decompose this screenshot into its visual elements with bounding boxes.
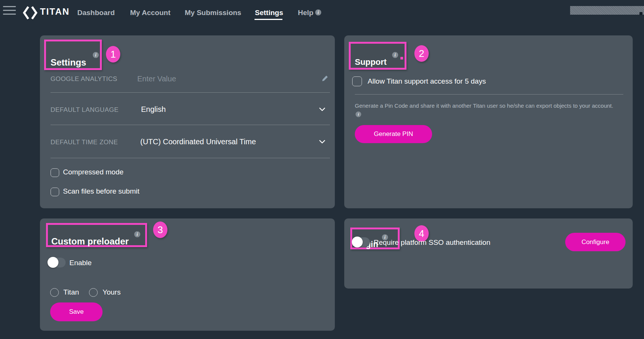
toggle-knob <box>48 257 58 268</box>
pin-code-info-icon[interactable] <box>356 111 361 117</box>
checkbox-scan-files[interactable] <box>51 188 59 196</box>
checkbox-support-access-label: Allow Titan support access for 5 days <box>368 77 486 86</box>
annotation-badge-2: 2 <box>414 45 429 62</box>
sso-toggle[interactable] <box>353 237 370 247</box>
brand-name[interactable]: TITAN <box>40 6 70 17</box>
checkbox-compressed-mode-label: Compressed mode <box>63 168 124 176</box>
support-card-title: Support <box>355 57 386 67</box>
top-nav: TITAN Dashboard My Account My Submission… <box>0 0 644 26</box>
login-card: Login 4 Require platform SSO authenticat… <box>344 218 633 289</box>
pin-code-description: Generate a Pin Code and share it with an… <box>355 102 613 109</box>
default-time-zone-value[interactable]: (UTC) Coordinated Universal Time <box>140 137 256 146</box>
annotation-badge-1: 1 <box>106 46 120 63</box>
radio-titan-label: Titan <box>63 288 79 296</box>
custom-preloader-info-icon[interactable] <box>134 231 140 237</box>
support-card: Support 2 Allow Titan support access for… <box>344 35 633 208</box>
nav-item-my-submissions[interactable]: My Submissions <box>185 9 241 17</box>
divider <box>355 94 623 95</box>
settings-page: TITAN Dashboard My Account My Submission… <box>0 0 644 339</box>
generate-pin-button[interactable]: Generate PIN <box>355 125 432 143</box>
default-language-value[interactable]: English <box>141 105 166 114</box>
default-language-label: DEFAULT LANGUAGE <box>51 106 119 114</box>
radio-yours-label: Yours <box>103 288 121 296</box>
support-info-icon[interactable] <box>392 52 398 58</box>
nav-item-help[interactable]: Help <box>298 9 313 17</box>
radio-titan[interactable] <box>50 288 59 297</box>
nav-item-my-account[interactable]: My Account <box>130 9 170 17</box>
enable-toggle-label: Enable <box>69 259 92 267</box>
active-tab-underline <box>255 19 282 20</box>
checkbox-support-access[interactable] <box>352 76 362 86</box>
annotation-dot <box>400 57 403 60</box>
annotation-badge-3: 3 <box>153 221 167 238</box>
toggle-knob <box>352 237 363 247</box>
nav-item-settings[interactable]: Settings <box>255 9 283 17</box>
titan-logo-icon <box>23 5 38 20</box>
save-button[interactable]: Save <box>50 302 103 321</box>
divider <box>51 158 330 158</box>
chevron-down-icon[interactable] <box>319 107 325 111</box>
divider <box>51 125 330 125</box>
redacted-account-info <box>570 6 644 15</box>
settings-card: Settings 1 GOOGLE ANALYTICS Enter Value … <box>40 35 335 208</box>
checkbox-compressed-mode[interactable] <box>51 168 59 177</box>
custom-preloader-card-title: Custom preloader <box>51 236 129 247</box>
hamburger-bar <box>3 6 16 7</box>
mouse-cursor-mark <box>639 12 642 15</box>
settings-card-title: Settings <box>51 57 86 68</box>
radio-yours[interactable] <box>89 288 98 297</box>
help-info-icon[interactable] <box>315 9 321 15</box>
nav-item-dashboard[interactable]: Dashboard <box>77 9 115 17</box>
checkbox-scan-files-label: Scan files before submit <box>63 187 140 195</box>
enable-toggle[interactable] <box>48 258 66 267</box>
hamburger-menu-icon[interactable] <box>3 5 17 16</box>
divider <box>51 92 330 93</box>
default-time-zone-label: DEFAULT TIME ZONE <box>51 139 118 146</box>
custom-preloader-card: Custom preloader 3 Enable Titan Yours Sa… <box>40 218 335 331</box>
edit-pencil-icon[interactable] <box>321 75 329 82</box>
configure-button[interactable]: Configure <box>565 233 626 251</box>
hamburger-bar <box>3 10 16 11</box>
hamburger-bar <box>3 14 16 15</box>
settings-info-icon[interactable] <box>93 52 99 58</box>
google-analytics-input[interactable]: Enter Value <box>137 75 176 83</box>
sso-toggle-label: Require platform SSO authentication <box>374 238 490 247</box>
chevron-down-icon[interactable] <box>319 140 325 144</box>
google-analytics-label: GOOGLE ANALYTICS <box>51 75 117 83</box>
